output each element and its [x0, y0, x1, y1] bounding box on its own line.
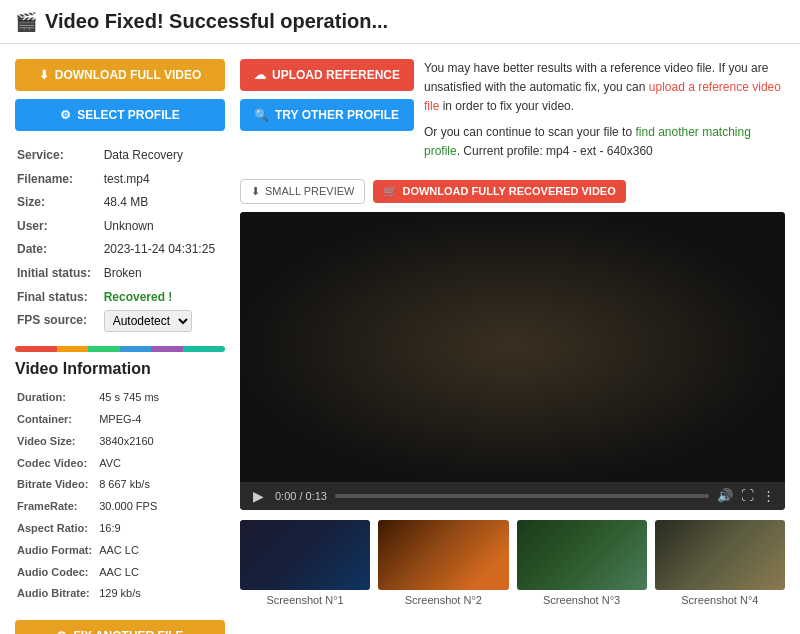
- time-display: 0:00 / 0:13: [275, 490, 327, 502]
- thumbnails-row: Screenshot N°1 Screenshot N°2 Screenshot…: [240, 520, 785, 606]
- left-panel: ⬇ DOWNLOAD FULL VIDEO ⚙ SELECT PROFILE S…: [15, 59, 225, 634]
- small-preview-button[interactable]: ⬇ SMALL PREVIEW: [240, 179, 365, 204]
- search-icon: 🔍: [254, 108, 269, 122]
- thumbnail-1-label: Screenshot N°1: [240, 594, 370, 606]
- cart-icon: 🛒: [383, 185, 397, 198]
- thumbnail-3-label: Screenshot N°3: [517, 594, 647, 606]
- header-icon: 🎬: [15, 11, 37, 33]
- thumbnail-2-label: Screenshot N°2: [378, 594, 508, 606]
- play-button[interactable]: ▶: [250, 488, 267, 504]
- download-full-video-button[interactable]: ⬇ DOWNLOAD FULL VIDEO: [15, 59, 225, 91]
- video-player: ▶ 0:00 / 0:13 🔊 ⛶ ⋮: [240, 212, 785, 510]
- thumbnail-4-label: Screenshot N°4: [655, 594, 785, 606]
- preview-icon: ⬇: [251, 185, 260, 198]
- profile-icon: ⚙: [60, 108, 71, 122]
- progress-bar[interactable]: [335, 494, 709, 498]
- fix-icon: ⚙: [56, 629, 67, 634]
- select-profile-button[interactable]: ⚙ SELECT PROFILE: [15, 99, 225, 131]
- video-info-title: Video Information: [15, 360, 225, 378]
- info-text-block: You may have better results with a refer…: [424, 59, 785, 167]
- fps-select[interactable]: Autodetect 23.976 25 29.97 30: [104, 310, 192, 332]
- download-recovered-button[interactable]: 🛒 DOWNLOAD FULLY RECOVERED VIDEO: [373, 180, 625, 203]
- thumbnail-2[interactable]: Screenshot N°2: [378, 520, 508, 606]
- page-title: Video Fixed! Successful operation...: [45, 10, 388, 33]
- upload-reference-button[interactable]: ☁ UPLOAD REFERENCE: [240, 59, 414, 91]
- video-controls: ▶ 0:00 / 0:13 🔊 ⛶ ⋮: [240, 482, 785, 510]
- more-options-icon[interactable]: ⋮: [762, 488, 775, 503]
- try-other-profile-button[interactable]: 🔍 TRY OTHER PROFILE: [240, 99, 414, 131]
- video-info-table: Duration: 45 s 745 ms Container: MPEG-4 …: [15, 386, 225, 606]
- volume-icon[interactable]: 🔊: [717, 488, 733, 503]
- file-info-table: Service: Data Recovery Filename: test.mp…: [15, 143, 225, 334]
- thumbnail-3[interactable]: Screenshot N°3: [517, 520, 647, 606]
- color-bar: [15, 346, 225, 352]
- download-icon: ⬇: [39, 68, 49, 82]
- right-panel: ☁ UPLOAD REFERENCE 🔍 TRY OTHER PROFILE Y…: [240, 59, 785, 634]
- fullscreen-icon[interactable]: ⛶: [741, 488, 754, 503]
- thumbnail-4[interactable]: Screenshot N°4: [655, 520, 785, 606]
- thumbnail-1[interactable]: Screenshot N°1: [240, 520, 370, 606]
- header: 🎬 Video Fixed! Successful operation...: [0, 0, 800, 44]
- upload-icon: ☁: [254, 68, 266, 82]
- fix-another-file-button[interactable]: ⚙ FIX ANOTHER FILE: [15, 620, 225, 634]
- video-screen: [240, 212, 785, 482]
